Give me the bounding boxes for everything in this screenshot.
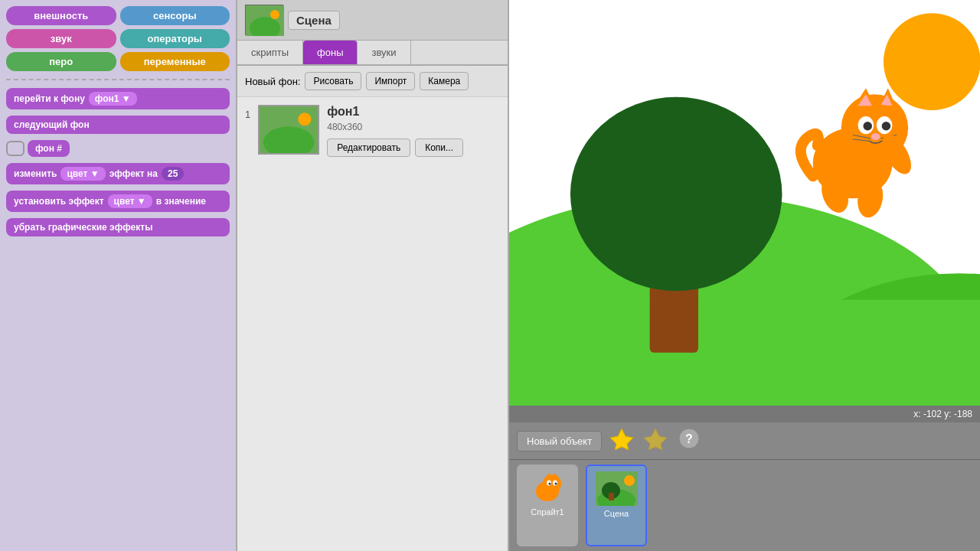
svg-point-13: [884, 13, 980, 110]
tab-backgrounds[interactable]: фоны: [303, 41, 358, 64]
sprite-label-scene: Сцена: [604, 509, 629, 518]
scene-thumb: [245, 5, 283, 35]
sprite-item-cat[interactable]: Спрайт1: [517, 465, 578, 546]
block-clear-label: убрать графические эффекты: [14, 222, 152, 233]
btn-import[interactable]: Импорт: [366, 72, 415, 90]
stage-area: [509, 0, 980, 406]
svg-point-37: [543, 474, 561, 493]
svg-point-46: [624, 475, 635, 486]
cat-btn-pen[interactable]: перо: [6, 52, 116, 71]
block-next-bg-label: следующий фон: [14, 119, 90, 130]
block-goto-bg-label: перейти к фону: [14, 93, 85, 104]
sprite-thumb-scene: [593, 469, 639, 507]
sprites-list: Спрайт1 Сцена: [509, 459, 980, 551]
scene-header: Сцена: [237, 0, 508, 41]
svg-rect-10: [509, 300, 980, 406]
cat-btn-sensors[interactable]: сенсоры: [120, 6, 230, 25]
new-bg-bar: Новый фон: Рисовать Импорт Камера: [237, 66, 508, 97]
svg-point-22: [863, 122, 872, 131]
star-icon-button[interactable]: [642, 427, 669, 455]
cat-btn-operators[interactable]: операторы: [120, 29, 230, 48]
block-effect-label: эффект на: [109, 168, 158, 179]
svg-point-12: [570, 97, 782, 291]
block-set-effect[interactable]: установить эффект цвет ▼ в значение: [6, 191, 230, 212]
block-change-value[interactable]: 25: [162, 167, 184, 181]
cat-btn-sound[interactable]: звук: [6, 29, 116, 48]
tab-scripts[interactable]: скрипты: [237, 41, 303, 64]
block-bg-num-row: фон #: [6, 140, 230, 157]
bg-number: 1: [245, 109, 250, 120]
divider: [6, 79, 230, 80]
stage-svg: [509, 0, 980, 406]
paint-icon-button[interactable]: [608, 427, 635, 455]
block-change-label: изменить: [14, 168, 57, 179]
bg-item: 1 фон1 480x360 Редактировать Копи...: [245, 105, 500, 157]
sprite-thumb-cat: [524, 468, 570, 506]
svg-marker-33: [644, 429, 667, 450]
svg-point-5: [299, 112, 312, 126]
svg-point-42: [548, 482, 550, 484]
btn-draw[interactable]: Рисовать: [305, 72, 361, 90]
block-next-bg[interactable]: следующий фон: [6, 116, 230, 134]
svg-point-24: [871, 133, 880, 140]
sprite-label-cat: Спрайт1: [531, 507, 564, 517]
bg-name: фон1: [327, 105, 500, 119]
block-clear-effects[interactable]: убрать графические эффекты: [6, 218, 230, 236]
svg-rect-48: [609, 493, 614, 500]
block-set-label: установить эффект: [14, 196, 104, 207]
right-panel: x: -102 y: -188 Новый объект: [509, 0, 980, 551]
bottom-area: Новый объект ?: [509, 422, 980, 551]
block-change-color-dropdown[interactable]: цвет ▼: [60, 167, 105, 181]
left-panel: внешность сенсоры звук операторы перо пе…: [0, 0, 237, 551]
block-set-suffix: в значение: [156, 196, 206, 207]
block-change-effect[interactable]: изменить цвет ▼ эффект на 25: [6, 163, 230, 184]
new-object-button[interactable]: Новый объект: [517, 431, 602, 452]
cat-btn-variables[interactable]: переменные: [120, 52, 230, 71]
scene-label: Сцена: [288, 11, 340, 30]
block-bg-checkbox[interactable]: [6, 141, 24, 156]
bg-size: 480x360: [327, 122, 500, 132]
middle-panel: Сцена скрипты фоны звуки Новый фон: Рисо…: [237, 0, 509, 551]
cat-btn-appearance[interactable]: внешность: [6, 6, 116, 25]
tab-sounds[interactable]: звуки: [358, 41, 410, 64]
new-bg-label: Новый фон:: [245, 76, 300, 87]
svg-point-43: [554, 482, 557, 484]
block-goto-bg[interactable]: перейти к фону фон1 ▼: [6, 88, 230, 109]
block-set-color-dropdown[interactable]: цвет ▼: [108, 194, 152, 208]
bg-info: фон1 480x360 Редактировать Копи...: [327, 105, 500, 157]
bg-thumb[interactable]: [258, 105, 319, 155]
svg-text:?: ?: [685, 432, 693, 445]
bg-list: 1 фон1 480x360 Редактировать Копи...: [237, 97, 508, 551]
block-goto-bg-dropdown[interactable]: фон1 ▼: [89, 92, 137, 106]
svg-point-23: [882, 122, 891, 131]
coordinates: x: -102 y: -188: [913, 409, 972, 419]
block-bg-num[interactable]: фон #: [28, 140, 70, 157]
svg-marker-32: [610, 429, 633, 450]
sprite-item-scene[interactable]: Сцена: [586, 465, 647, 546]
blocks-area: перейти к фону фон1 ▼ следующий фон фон …: [0, 82, 236, 243]
btn-camera[interactable]: Камера: [420, 72, 469, 90]
btn-edit[interactable]: Редактировать: [327, 139, 410, 157]
btn-copy[interactable]: Копи...: [415, 139, 463, 157]
category-buttons: внешность сенсоры звук операторы перо пе…: [0, 0, 236, 77]
tabs: скрипты фоны звуки: [237, 41, 508, 66]
bg-actions: Редактировать Копи...: [327, 139, 500, 157]
question-icon-button[interactable]: ?: [675, 427, 703, 455]
stage-footer: x: -102 y: -188: [509, 406, 980, 422]
svg-point-2: [270, 10, 279, 19]
block-bg-num-label: фон #: [35, 143, 62, 154]
sprites-toolbar: Новый объект ?: [509, 422, 980, 459]
